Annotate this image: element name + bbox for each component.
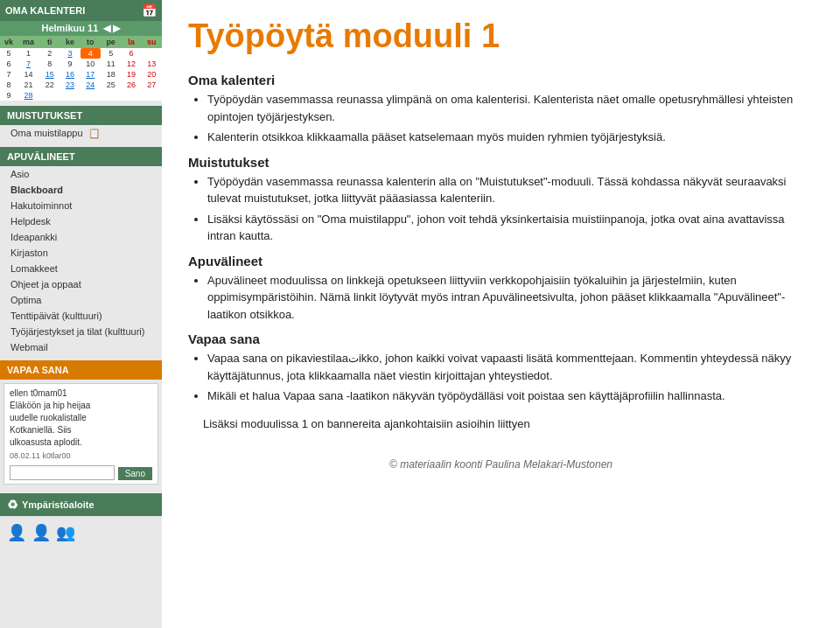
sidebar: OMA KALENTERI 📅 Helmikuu 11 ◀ ▶ vk ma ti… xyxy=(0,0,162,628)
cal-col-la: la xyxy=(121,36,141,48)
apuvalineet-asio[interactable]: Asio xyxy=(0,166,162,182)
apuvalineet-tentti[interactable]: Tenttipäivät (kulttuuri) xyxy=(0,308,162,324)
muistutukset-header[interactable]: MUISTUTUKSET xyxy=(0,106,162,125)
vapaa-sana-submit-button[interactable]: Sano xyxy=(118,467,152,480)
cal-col-ke: ke xyxy=(60,36,80,48)
muistilappu-item[interactable]: Oma muistilappu 📋 xyxy=(0,125,162,142)
person-icon-2: 👤 xyxy=(32,523,51,542)
apuvalineet-optima[interactable]: Optima xyxy=(0,292,162,308)
apuvalineet-helpdesk[interactable]: Helpdesk xyxy=(0,213,162,229)
vapaa-sana-content: ellen t0mam01 Eläköön ja hip heijaa uude… xyxy=(10,387,152,449)
ymparisto-icon: ♻ xyxy=(7,498,18,512)
section-muistutukset: Muistutukset Työpöydän vasemmassa reunas… xyxy=(188,155,814,245)
apuvalineet-blackboard[interactable]: Blackboard xyxy=(0,182,162,198)
apuvalineet-webmail[interactable]: Webmail xyxy=(0,339,162,355)
apuvalineet-kirjaston[interactable]: Kirjaston xyxy=(0,245,162,261)
footer: © materiaalin koonti Paulina Melakari-Mu… xyxy=(188,458,814,471)
vapaa-sana-list: Vapaa sana on pikaviestilaaتikko, johon … xyxy=(207,350,814,432)
main-content: Työpöytä moduuli 1 Oma kalenteri Työpöyd… xyxy=(162,0,840,628)
person-icon-1: 👤 xyxy=(7,523,26,542)
calendar-month: Helmikuu 11 ◀ ▶ xyxy=(0,21,162,36)
ymparisto-button[interactable]: ♻ Ympäristöaloite xyxy=(0,493,162,516)
calendar-icon: 📅 xyxy=(142,3,157,17)
section-oma-kalenteri: Oma kalenteri Työpöydän vasemmassa reuna… xyxy=(188,73,814,146)
cal-col-to: to xyxy=(80,36,101,48)
calendar-header[interactable]: OMA KALENTERI 📅 xyxy=(0,0,162,21)
vapaa-sana-input[interactable] xyxy=(10,465,115,480)
section-oma-kalenteri-title: Oma kalenteri xyxy=(188,73,814,87)
cal-col-pe: pe xyxy=(101,36,121,48)
vapaa-sana-header[interactable]: VAPAA SANA xyxy=(0,360,162,380)
muistutukset-list: Työpöydän vasemmassa reunassa kalenterin… xyxy=(207,173,814,245)
section-apuvalineet-title: Apuvälineet xyxy=(188,254,814,269)
cal-col-ma: ma xyxy=(18,36,39,48)
list-item: Lisäksi moduulissa 1 on bannereita ajank… xyxy=(203,408,814,433)
list-item: Työpöydän vasemmassa reunassa ylimpänä o… xyxy=(207,91,814,125)
cal-col-vk: vk xyxy=(0,36,18,48)
section-vapaa-sana-title: Vapaa sana xyxy=(188,331,814,346)
list-item: Kalenterin otsikkoa klikkaamalla pääset … xyxy=(207,129,814,146)
oma-kalenteri-list: Työpöydän vasemmassa reunassa ylimpänä o… xyxy=(207,91,814,146)
apuvalineet-list: Apuvälineet moduulissa on linkkejä opetu… xyxy=(207,272,814,324)
calendar-title: OMA KALENTERI xyxy=(5,5,85,16)
cal-col-su: su xyxy=(142,36,162,48)
apuvalineet-header[interactable]: APUVÄLINEET xyxy=(0,147,162,166)
list-item: Lisäksi käytössäsi on "Oma muistilappu",… xyxy=(207,211,814,245)
section-vapaa-sana: Vapaa sana Vapaa sana on pikaviestilaaتi… xyxy=(188,331,814,432)
page-title: Työpöytä moduuli 1 xyxy=(188,17,814,55)
list-item: Mikäli et halua Vapaa sana -laatikon näk… xyxy=(207,387,814,405)
cal-col-ti: ti xyxy=(39,36,60,48)
apuvalineet-tyojarjestykset[interactable]: Työjärjestykset ja tilat (kulttuuri) xyxy=(0,324,162,339)
calendar-grid: vk ma ti ke to pe la su 5 1 2 3 4 5 xyxy=(0,36,162,101)
section-apuvalineet: Apuvälineet Apuvälineet moduulissa on li… xyxy=(188,254,814,324)
apuvalineet-lomakkeet[interactable]: Lomakkeet xyxy=(0,261,162,276)
list-item: Vapaa sana on pikaviestilaaتikko, johon … xyxy=(207,350,814,384)
apuvalineet-hakutoiminnot[interactable]: Hakutoiminnot xyxy=(0,198,162,213)
list-item: Työpöydän vasemmassa reunassa kalenterin… xyxy=(207,173,814,207)
person-icon-3: 👥 xyxy=(56,523,75,542)
apuvalineet-ohjeet[interactable]: Ohjeet ja oppaat xyxy=(0,276,162,292)
vapaa-sana-box: ellen t0mam01 Eläköön ja hip heijaa uude… xyxy=(4,383,158,485)
vapaa-sana-timestamp: 08.02.11 k0tlar00 xyxy=(10,451,152,460)
calendar-section: OMA KALENTERI 📅 Helmikuu 11 ◀ ▶ vk ma ti… xyxy=(0,0,162,101)
apuvalineet-ideapankki[interactable]: Ideapankki xyxy=(0,229,162,245)
bottom-icons: 👤 👤 👥 xyxy=(0,520,162,546)
list-item: Apuvälineet moduulissa on linkkejä opetu… xyxy=(207,272,814,324)
section-muistutukset-title: Muistutukset xyxy=(188,155,814,170)
